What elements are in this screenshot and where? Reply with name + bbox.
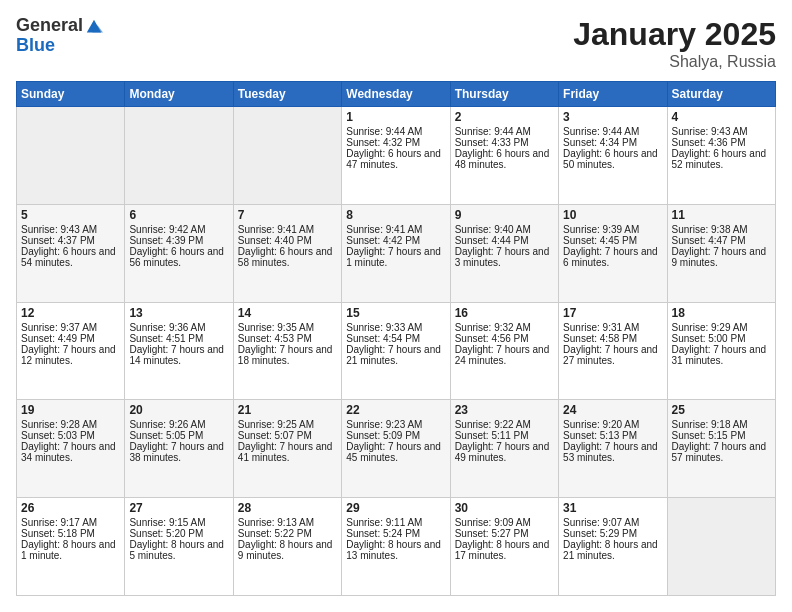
daylight-text: Daylight: 7 hours and 6 minutes. [563,246,658,268]
day-number: 27 [129,501,228,515]
daylight-text: Daylight: 6 hours and 54 minutes. [21,246,116,268]
sunrise-text: Sunrise: 9:33 AM [346,322,422,333]
sunset-text: Sunset: 4:51 PM [129,333,203,344]
sunrise-text: Sunrise: 9:18 AM [672,419,748,430]
sunrise-text: Sunrise: 9:39 AM [563,224,639,235]
sunrise-text: Sunrise: 9:20 AM [563,419,639,430]
table-row: 5Sunrise: 9:43 AMSunset: 4:37 PMDaylight… [17,204,125,302]
daylight-text: Daylight: 6 hours and 56 minutes. [129,246,224,268]
sunset-text: Sunset: 4:53 PM [238,333,312,344]
sunrise-text: Sunrise: 9:31 AM [563,322,639,333]
calendar-week-3: 12Sunrise: 9:37 AMSunset: 4:49 PMDayligh… [17,302,776,400]
sunrise-text: Sunrise: 9:22 AM [455,419,531,430]
table-row: 23Sunrise: 9:22 AMSunset: 5:11 PMDayligh… [450,400,558,498]
table-row: 3Sunrise: 9:44 AMSunset: 4:34 PMDaylight… [559,107,667,205]
table-row: 25Sunrise: 9:18 AMSunset: 5:15 PMDayligh… [667,400,775,498]
col-tuesday: Tuesday [233,82,341,107]
table-row [125,107,233,205]
sunrise-text: Sunrise: 9:38 AM [672,224,748,235]
table-row: 1Sunrise: 9:44 AMSunset: 4:32 PMDaylight… [342,107,450,205]
sunrise-text: Sunrise: 9:41 AM [346,224,422,235]
day-number: 10 [563,208,662,222]
sunrise-text: Sunrise: 9:44 AM [455,126,531,137]
calendar-week-5: 26Sunrise: 9:17 AMSunset: 5:18 PMDayligh… [17,498,776,596]
sunrise-text: Sunrise: 9:17 AM [21,517,97,528]
table-row: 11Sunrise: 9:38 AMSunset: 4:47 PMDayligh… [667,204,775,302]
table-row: 24Sunrise: 9:20 AMSunset: 5:13 PMDayligh… [559,400,667,498]
table-row: 19Sunrise: 9:28 AMSunset: 5:03 PMDayligh… [17,400,125,498]
daylight-text: Daylight: 7 hours and 1 minute. [346,246,441,268]
sunrise-text: Sunrise: 9:11 AM [346,517,422,528]
day-number: 5 [21,208,120,222]
table-row [233,107,341,205]
table-row: 9Sunrise: 9:40 AMSunset: 4:44 PMDaylight… [450,204,558,302]
sunset-text: Sunset: 5:15 PM [672,430,746,441]
table-row: 2Sunrise: 9:44 AMSunset: 4:33 PMDaylight… [450,107,558,205]
logo: General Blue [16,16,103,56]
day-number: 28 [238,501,337,515]
table-row: 17Sunrise: 9:31 AMSunset: 4:58 PMDayligh… [559,302,667,400]
table-row: 31Sunrise: 9:07 AMSunset: 5:29 PMDayligh… [559,498,667,596]
sunset-text: Sunset: 4:49 PM [21,333,95,344]
day-number: 11 [672,208,771,222]
sunset-text: Sunset: 5:20 PM [129,528,203,539]
sunset-text: Sunset: 5:03 PM [21,430,95,441]
day-number: 8 [346,208,445,222]
sunset-text: Sunset: 5:27 PM [455,528,529,539]
table-row: 22Sunrise: 9:23 AMSunset: 5:09 PMDayligh… [342,400,450,498]
daylight-text: Daylight: 7 hours and 3 minutes. [455,246,550,268]
day-number: 4 [672,110,771,124]
daylight-text: Daylight: 7 hours and 14 minutes. [129,344,224,366]
daylight-text: Daylight: 8 hours and 13 minutes. [346,539,441,561]
sunset-text: Sunset: 4:42 PM [346,235,420,246]
table-row: 4Sunrise: 9:43 AMSunset: 4:36 PMDaylight… [667,107,775,205]
col-saturday: Saturday [667,82,775,107]
day-number: 12 [21,306,120,320]
daylight-text: Daylight: 7 hours and 53 minutes. [563,441,658,463]
daylight-text: Daylight: 6 hours and 52 minutes. [672,148,767,170]
logo-general-text: General [16,16,83,36]
day-number: 6 [129,208,228,222]
day-number: 7 [238,208,337,222]
logo-icon [85,18,103,36]
sunrise-text: Sunrise: 9:43 AM [672,126,748,137]
col-thursday: Thursday [450,82,558,107]
day-number: 29 [346,501,445,515]
sunrise-text: Sunrise: 9:25 AM [238,419,314,430]
day-number: 20 [129,403,228,417]
daylight-text: Daylight: 8 hours and 5 minutes. [129,539,224,561]
table-row [667,498,775,596]
table-row: 29Sunrise: 9:11 AMSunset: 5:24 PMDayligh… [342,498,450,596]
day-number: 9 [455,208,554,222]
sunset-text: Sunset: 5:09 PM [346,430,420,441]
daylight-text: Daylight: 7 hours and 38 minutes. [129,441,224,463]
daylight-text: Daylight: 7 hours and 24 minutes. [455,344,550,366]
table-row: 28Sunrise: 9:13 AMSunset: 5:22 PMDayligh… [233,498,341,596]
table-row: 26Sunrise: 9:17 AMSunset: 5:18 PMDayligh… [17,498,125,596]
table-row: 8Sunrise: 9:41 AMSunset: 4:42 PMDaylight… [342,204,450,302]
sunrise-text: Sunrise: 9:35 AM [238,322,314,333]
daylight-text: Daylight: 7 hours and 49 minutes. [455,441,550,463]
sunrise-text: Sunrise: 9:43 AM [21,224,97,235]
col-friday: Friday [559,82,667,107]
calendar-week-2: 5Sunrise: 9:43 AMSunset: 4:37 PMDaylight… [17,204,776,302]
sunrise-text: Sunrise: 9:44 AM [346,126,422,137]
sunset-text: Sunset: 4:54 PM [346,333,420,344]
daylight-text: Daylight: 8 hours and 17 minutes. [455,539,550,561]
daylight-text: Daylight: 7 hours and 21 minutes. [346,344,441,366]
sunrise-text: Sunrise: 9:40 AM [455,224,531,235]
sunset-text: Sunset: 5:07 PM [238,430,312,441]
day-number: 23 [455,403,554,417]
daylight-text: Daylight: 6 hours and 48 minutes. [455,148,550,170]
col-wednesday: Wednesday [342,82,450,107]
sunset-text: Sunset: 4:37 PM [21,235,95,246]
sunrise-text: Sunrise: 9:26 AM [129,419,205,430]
logo-blue-text: Blue [16,36,103,56]
sunset-text: Sunset: 5:11 PM [455,430,529,441]
daylight-text: Daylight: 7 hours and 12 minutes. [21,344,116,366]
daylight-text: Daylight: 7 hours and 27 minutes. [563,344,658,366]
title-block: January 2025 Shalya, Russia [573,16,776,71]
sunset-text: Sunset: 5:18 PM [21,528,95,539]
sunset-text: Sunset: 5:29 PM [563,528,637,539]
sunset-text: Sunset: 5:00 PM [672,333,746,344]
